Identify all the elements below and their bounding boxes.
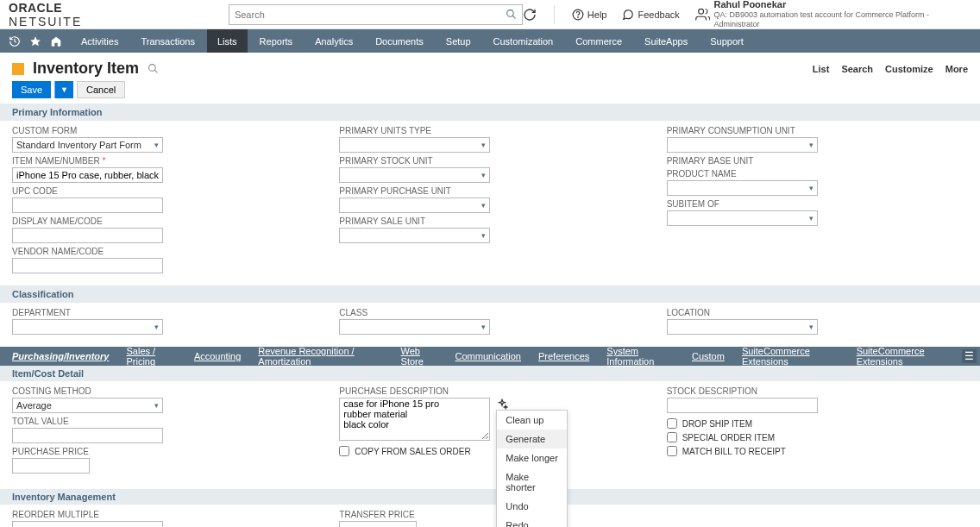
main-nav: Activities Transactions Lists Reports An… bbox=[0, 29, 980, 53]
tab-custom[interactable]: Custom bbox=[683, 347, 733, 366]
ai-menu-cleanup[interactable]: Clean up bbox=[497, 411, 567, 430]
nav-support[interactable]: Support bbox=[700, 29, 754, 53]
nav-lists[interactable]: Lists bbox=[207, 29, 248, 53]
primary-sale-select[interactable] bbox=[339, 228, 490, 243]
tab-suitecommerce1[interactable]: SuiteCommerce Extensions bbox=[733, 347, 848, 366]
nav-commerce[interactable]: Commerce bbox=[565, 29, 632, 53]
feedback-link[interactable]: Feedback bbox=[622, 9, 679, 21]
label-primary-sale: PRIMARY SALE UNIT bbox=[339, 216, 640, 226]
reorder-multiple-input[interactable] bbox=[12, 521, 163, 527]
display-name-input[interactable] bbox=[12, 228, 163, 243]
primary-purchase-select[interactable] bbox=[339, 198, 490, 213]
label-location: LOCATION bbox=[667, 308, 968, 317]
label-primary-purchase: PRIMARY PURCHASE UNIT bbox=[339, 186, 640, 196]
costing-method-select[interactable]: Average bbox=[12, 398, 163, 413]
label-stock-description: STOCK DESCRIPTION bbox=[667, 386, 968, 396]
subitem-select[interactable] bbox=[667, 210, 818, 226]
search-icon[interactable] bbox=[506, 9, 517, 20]
total-value-input[interactable] bbox=[12, 428, 163, 443]
drop-ship-checkbox[interactable] bbox=[667, 418, 677, 429]
ai-menu-longer[interactable]: Make longer bbox=[497, 449, 567, 467]
label-primary-consumption: PRIMARY CONSUMPTION UNIT bbox=[667, 126, 968, 135]
tab-webstore[interactable]: Web Store bbox=[393, 347, 447, 366]
user-menu[interactable]: Rahul Poonekar QA: DB9003 automation tes… bbox=[695, 0, 971, 29]
global-search[interactable] bbox=[229, 4, 523, 25]
primary-units-select[interactable] bbox=[339, 137, 490, 153]
primary-stock-select[interactable] bbox=[339, 167, 490, 183]
stock-description-input[interactable] bbox=[667, 398, 818, 413]
search-record-icon[interactable] bbox=[148, 63, 159, 74]
class-select[interactable] bbox=[339, 319, 490, 335]
action-search[interactable]: Search bbox=[841, 64, 873, 74]
svg-line-7 bbox=[154, 70, 157, 72]
purchase-description-textarea[interactable] bbox=[339, 398, 490, 441]
svg-line-1 bbox=[512, 16, 515, 18]
label-match-bill: MATCH BILL TO RECEIPT bbox=[682, 447, 786, 456]
tab-preferences[interactable]: Preferences bbox=[530, 347, 598, 366]
svg-point-6 bbox=[149, 65, 156, 72]
inventory-mgmt-grid: REORDER MULTIPLE TRANSFER PRICE bbox=[0, 505, 980, 527]
star-icon[interactable] bbox=[29, 35, 48, 47]
copy-sales-checkbox[interactable] bbox=[339, 446, 349, 456]
nav-documents[interactable]: Documents bbox=[365, 29, 434, 53]
section-primary-info: Primary Information bbox=[0, 104, 980, 121]
save-dropdown-button[interactable]: ▼ bbox=[54, 81, 73, 98]
ai-dropdown-menu: Clean up Generate Make longer Make short… bbox=[496, 410, 568, 527]
label-reorder-multiple: REORDER MULTIPLE bbox=[12, 510, 313, 519]
nav-customization[interactable]: Customization bbox=[483, 29, 564, 53]
nav-suiteapps[interactable]: SuiteApps bbox=[634, 29, 698, 53]
tab-menu-icon[interactable]: ☰ bbox=[962, 349, 977, 363]
action-more[interactable]: More bbox=[945, 64, 968, 74]
cancel-button[interactable]: Cancel bbox=[77, 81, 125, 98]
inventory-icon bbox=[12, 63, 24, 75]
tab-system[interactable]: System Information bbox=[598, 347, 683, 366]
label-special-order: SPECIAL ORDER ITEM bbox=[682, 433, 775, 442]
primary-consumption-select[interactable] bbox=[667, 137, 818, 153]
item-name-input[interactable] bbox=[12, 167, 163, 183]
topbar-icons: Help Feedback Rahul Poonekar QA: DB9003 … bbox=[523, 0, 971, 29]
nav-transactions[interactable]: Transactions bbox=[130, 29, 205, 53]
ai-menu-redo[interactable]: Redo bbox=[497, 516, 567, 527]
vendor-name-input[interactable] bbox=[12, 258, 163, 273]
purchase-price-input[interactable] bbox=[12, 458, 90, 474]
brand-netsuite: NETSUITE bbox=[9, 15, 82, 28]
transfer-price-input[interactable] bbox=[339, 521, 417, 527]
classification-grid: DEPARTMENT CLASS LOCATION bbox=[0, 303, 980, 347]
match-bill-checkbox[interactable] bbox=[667, 446, 677, 456]
label-class: CLASS bbox=[339, 308, 640, 317]
brand-logo: ORACLE NETSUITE bbox=[9, 1, 138, 28]
custom-form-select[interactable]: Standard Inventory Part Form bbox=[12, 137, 163, 153]
action-list[interactable]: List bbox=[813, 64, 830, 74]
ai-menu-generate[interactable]: Generate bbox=[497, 430, 567, 449]
label-custom-form: CUSTOM FORM bbox=[12, 126, 313, 135]
home-icon[interactable] bbox=[50, 35, 69, 47]
subtab-bar: Purchasing/Inventory Sales / Pricing Acc… bbox=[0, 347, 980, 366]
upc-input[interactable] bbox=[12, 198, 163, 213]
action-customize[interactable]: Customize bbox=[885, 64, 933, 74]
user-account: QA: DB9003 automation test account for C… bbox=[713, 10, 971, 29]
nav-analytics[interactable]: Analytics bbox=[305, 29, 363, 53]
tab-accounting[interactable]: Accounting bbox=[185, 347, 249, 366]
tab-communication[interactable]: Communication bbox=[447, 347, 530, 366]
department-select[interactable] bbox=[12, 319, 163, 335]
nav-activities[interactable]: Activities bbox=[71, 29, 129, 53]
ai-menu-shorter[interactable]: Make shorter bbox=[497, 467, 567, 497]
save-button[interactable]: Save bbox=[12, 81, 51, 98]
nav-setup[interactable]: Setup bbox=[436, 29, 481, 53]
svg-marker-5 bbox=[30, 36, 41, 46]
tab-suitecommerce2[interactable]: SuiteCommerce Extensions bbox=[848, 347, 963, 366]
label-drop-ship: DROP SHIP ITEM bbox=[682, 419, 752, 429]
ai-menu-undo[interactable]: Undo bbox=[497, 497, 567, 516]
tab-revenue[interactable]: Revenue Recognition / Amortization bbox=[249, 347, 392, 366]
refresh-icon[interactable] bbox=[523, 8, 537, 22]
tab-sales[interactable]: Sales / Pricing bbox=[117, 347, 185, 366]
search-input[interactable] bbox=[235, 9, 506, 20]
nav-reports[interactable]: Reports bbox=[249, 29, 304, 53]
tab-purchasing[interactable]: Purchasing/Inventory bbox=[3, 347, 117, 366]
history-icon[interactable] bbox=[9, 35, 28, 47]
help-link[interactable]: Help bbox=[572, 9, 607, 21]
topbar: ORACLE NETSUITE Help Feedback Rahul Poon… bbox=[0, 0, 980, 29]
product-name-select[interactable] bbox=[667, 180, 818, 196]
special-order-checkbox[interactable] bbox=[667, 432, 677, 442]
location-select[interactable] bbox=[667, 319, 818, 335]
